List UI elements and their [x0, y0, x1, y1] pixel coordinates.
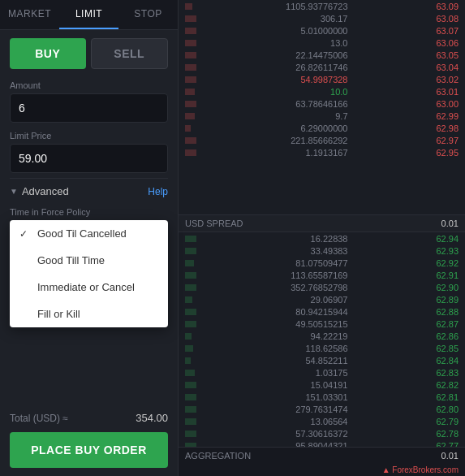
ask-price: 63.08: [418, 14, 459, 24]
bid-qty: 113.65587169: [267, 270, 348, 280]
bid-row: 80.94215944 62.88: [179, 305, 465, 318]
bid-price: 62.91: [418, 270, 459, 280]
limit-price-input[interactable]: [11, 145, 168, 171]
ask-bar-fill: [185, 149, 196, 156]
bid-bar-fill: [185, 296, 192, 303]
aggregation-row: AGGREGATION 0.01: [179, 447, 465, 464]
ask-qty: 54.9987328: [267, 75, 348, 84]
ask-price: 63.01: [418, 87, 459, 97]
ask-qty: 306.17: [267, 14, 348, 24]
bid-price: 62.77: [418, 441, 459, 448]
bid-bar: [185, 357, 196, 364]
sell-button[interactable]: SELL: [91, 38, 169, 69]
spread-label: USD SPREAD: [185, 219, 243, 228]
ask-bar-fill: [185, 113, 195, 119]
tab-stop[interactable]: STOP: [118, 0, 178, 29]
bid-bar-fill: [185, 382, 196, 388]
tab-limit[interactable]: LIMIT: [59, 0, 118, 29]
ask-price: 63.02: [418, 75, 459, 84]
ask-qty: 22.14475006: [267, 50, 348, 60]
bid-bar: [185, 321, 196, 327]
bid-bar: [185, 248, 196, 254]
ask-price: 63.09: [418, 2, 459, 11]
ask-qty: 10.0: [267, 87, 348, 97]
spread-row: USD SPREAD 0.01: [179, 214, 465, 232]
ask-bar-fill: [185, 64, 196, 71]
help-link[interactable]: Help: [148, 186, 168, 197]
tif-option-gtc-label: Good Til Cancelled: [37, 227, 127, 240]
amount-input[interactable]: [11, 95, 168, 121]
bid-price: 62.79: [418, 417, 459, 426]
ask-bar-fill: [185, 28, 196, 34]
ask-bar-fill: [185, 15, 196, 22]
bid-row: 352.76852798 62.90: [179, 281, 465, 293]
bid-qty: 57.30616372: [267, 429, 348, 439]
ask-qty: 26.82611746: [267, 63, 348, 72]
bid-bar-fill: [185, 236, 196, 242]
ask-price: 63.06: [418, 38, 459, 48]
advanced-label: Advanced: [22, 185, 69, 197]
tif-option-ioc[interactable]: Immediate or Cancel: [10, 274, 168, 301]
bid-bar: [185, 431, 196, 437]
bid-price: 62.94: [418, 234, 459, 244]
bid-row: 1.03175 62.83: [179, 366, 465, 379]
bid-row: 16.22838 62.94: [179, 232, 465, 244]
bid-qty: 151.03301: [267, 392, 348, 402]
advanced-header[interactable]: ▼ Advanced Help: [0, 180, 178, 202]
bid-price: 62.93: [418, 246, 459, 256]
bid-bar-fill: [185, 309, 196, 315]
total-label: Total (USD) ≈: [10, 413, 68, 424]
bid-row: 29.06907 62.89: [179, 293, 465, 305]
advanced-left: ▼ Advanced: [10, 185, 69, 197]
bid-row: 113.65587169 62.91: [179, 269, 465, 281]
bid-row: 95.89044321 62.77: [179, 439, 465, 447]
bid-bar: [185, 272, 196, 279]
bid-price: 62.89: [418, 295, 459, 305]
ask-row: 221.85666292 62.97: [179, 134, 465, 146]
bid-bar: [185, 236, 196, 242]
ask-bar: [185, 15, 196, 22]
bid-price: 62.88: [418, 307, 459, 317]
ask-qty: 1.1913167: [267, 148, 348, 158]
bid-qty: 29.06907: [267, 295, 348, 305]
ask-bar: [185, 137, 196, 144]
tab-market[interactable]: MARKET: [0, 0, 59, 29]
bid-price: 62.92: [418, 258, 459, 268]
bid-bar-fill: [185, 394, 196, 400]
bid-qty: 95.89044321: [267, 441, 348, 448]
bid-bar: [185, 309, 196, 315]
aggregation-value: 0.01: [441, 451, 459, 461]
ask-price: 62.95: [418, 148, 459, 158]
forex-brand: ▲ ForexBrokers.com: [179, 464, 465, 476]
bid-qty: 80.94215944: [267, 307, 348, 317]
tif-option-fok[interactable]: Fill or Kill: [10, 301, 168, 327]
ask-row: 1.1913167 62.95: [179, 146, 465, 158]
buy-button[interactable]: BUY: [10, 38, 86, 69]
bid-bar-fill: [185, 345, 193, 352]
ask-bar: [185, 89, 196, 95]
bid-bar: [185, 296, 196, 303]
check-icon-empty2: [19, 282, 31, 293]
check-icon-empty: [19, 255, 31, 266]
right-panel: 1105.93776723 63.09 306.17 63.08 5.01000…: [179, 0, 465, 476]
check-icon-empty3: [19, 309, 31, 320]
place-order-button[interactable]: PLACE BUY ORDER: [10, 432, 168, 468]
tif-dropdown-menu: ✓ Good Til Cancelled Good Till Time Imme…: [10, 220, 168, 327]
ask-row: 54.9987328 63.02: [179, 73, 465, 85]
ask-qty: 63.78646166: [267, 99, 348, 109]
tif-option-gtt[interactable]: Good Till Time: [10, 247, 168, 274]
bid-bar-fill: [185, 370, 195, 376]
ask-bar-fill: [185, 3, 192, 10]
ask-qty: 6.29000000: [267, 123, 348, 133]
tif-option-gtc[interactable]: ✓ Good Til Cancelled: [10, 220, 168, 247]
bid-bar: [185, 284, 196, 291]
bid-bar: [185, 418, 196, 425]
limit-price-input-row: USD: [10, 144, 168, 173]
ask-row: 26.82611746 63.04: [179, 61, 465, 73]
bid-row: 279.7631474 62.80: [179, 403, 465, 415]
tif-option-ioc-label: Immediate or Cancel: [37, 281, 135, 293]
bid-bar-fill: [185, 284, 196, 291]
bid-row: 33.49383 62.93: [179, 244, 465, 257]
ask-qty: 5.01000000: [267, 26, 348, 36]
total-row: Total (USD) ≈ 354.00: [0, 404, 178, 429]
